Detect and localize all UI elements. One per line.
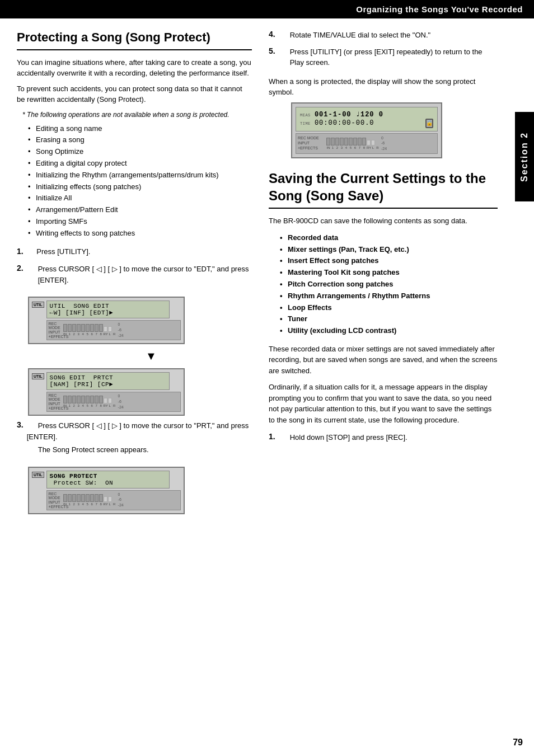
step-3-text: Press CURSOR [ ◁ ] [ ▷ ] to move the cur… — [27, 421, 249, 441]
list-item: Writing effects to song patches — [28, 228, 252, 240]
screen-2-display: SONG EDIT PRTCT [NAM] [PRI] [CP► — [46, 372, 170, 390]
screen-3-display: SONG PROTECT Protect SW: ON — [46, 471, 170, 489]
step-1: 1. Press [UTILITY]. — [17, 246, 252, 257]
screen-3-line-2: Protect SW: ON — [50, 480, 166, 486]
intro-para-2: To prevent such accidents, you can prote… — [17, 83, 252, 105]
screen-2-line-1: SONG EDIT PRTCT — [50, 374, 166, 381]
screen-1-line-2: ←W] [INF] [EDT]► — [50, 309, 166, 316]
list-item: Editing a song name — [28, 123, 252, 135]
left-column: Protecting a Song (Song Protect) You can… — [17, 30, 252, 519]
step-2-text: Press CURSOR [ ◁ ] [ ▷ ] to move the cur… — [38, 264, 252, 285]
list-item: Initialize All — [28, 192, 252, 204]
section-tab: Section 2 — [515, 112, 534, 201]
step-2: 2. Press CURSOR [ ◁ ] [ ▷ ] to move the … — [17, 264, 252, 285]
screen-2-line-2: [NAM] [PRI] [CP► — [50, 381, 166, 388]
device-meters-3: RECMODE INPUT +EFFECTS — [46, 490, 181, 510]
saving-note-1: These recorded data or mixer settings ar… — [269, 344, 498, 377]
device-screen-3: UTIL SONG PROTECT Protect SW: ON RECMODE… — [28, 467, 185, 514]
header-bar: Organizing the Songs You've Recorded — [0, 0, 534, 18]
screen-1-line-1: UTIL SONG EDIT — [50, 303, 166, 309]
save-step-1-number: 1. — [269, 432, 275, 441]
saving-section-title: Saving the Current Settings to the Song … — [269, 170, 498, 209]
list-item: Mastering Tool Kit song patches — [280, 267, 498, 279]
header-title: Organizing the Songs You've Recorded — [356, 4, 523, 14]
list-item: Insert Effect song patches — [280, 255, 498, 267]
step-2-number: 2. — [17, 264, 24, 273]
step-3: 3. Press CURSOR [ ◁ ] [ ▷ ] to move the … — [17, 420, 252, 456]
list-item: Initializing effects (song patches) — [28, 181, 252, 193]
step-4: 4. Rotate TIME/VALUE dial to select the … — [269, 30, 498, 41]
list-item: Utility (excluding LCD contrast) — [280, 325, 498, 337]
util-label-1: UTIL — [32, 302, 44, 308]
list-item: Recorded data — [280, 232, 498, 244]
device-meters-1: RECMODE INPUT +EFFECTS — [46, 320, 181, 340]
step-5-text: Press [UTILITY] (or press [EXIT] repeate… — [290, 46, 498, 68]
step-5: 5. Press [UTILITY] (or press [EXIT] repe… — [269, 46, 498, 68]
protect-note: * The following operations are not avail… — [22, 110, 252, 120]
left-section-title: Protecting a Song (Song Protect) — [17, 30, 252, 50]
save-step-1: 1. Hold down [STOP] and press [REC]. — [269, 432, 498, 443]
arrow-down-1: ▼ — [50, 350, 252, 363]
saving-note-2: Ordinarily, if a situation calls for it,… — [269, 382, 498, 425]
list-item: Importing SMFs — [28, 216, 252, 228]
step-4-text: Rotate TIME/VALUE dial to select the "ON… — [290, 30, 431, 41]
saving-intro: The BR-900CD can save the following cont… — [269, 215, 498, 227]
list-item: Song Optimize — [28, 146, 252, 158]
screen-1-display: UTIL SONG EDIT ←W] [INF] [EDT]► — [46, 300, 170, 318]
step-3-number: 3. — [17, 420, 24, 429]
list-item: Pitch Correction song patches — [280, 279, 498, 290]
saving-items-list: Recorded data Mixer settings (Pan, Track… — [280, 232, 498, 337]
bullet-list: Editing a song name Erasing a song Song … — [28, 123, 252, 240]
util-label-2: UTIL — [32, 373, 44, 379]
step-3-subtext: The Song Protect screen appears. — [38, 444, 252, 456]
list-item: Arrangement/Pattern Edit — [28, 204, 252, 216]
screen-3-line-1: SONG PROTECT — [50, 473, 166, 480]
play-screen-display: MEAS 001-1-00 ♩120 0 TIME 00:00:00-00.0 … — [291, 102, 498, 158]
right-column: 4. Rotate TIME/VALUE dial to select the … — [269, 30, 523, 519]
step-4-number: 4. — [269, 30, 275, 39]
intro-para-1: You can imagine situations where, after … — [17, 57, 252, 79]
device-meters-2: RECMODE INPUT +EFFECTS — [46, 392, 181, 412]
protect-display-note: When a song is protected, the display wi… — [269, 76, 498, 98]
list-item: Loop Effects — [280, 302, 498, 314]
list-item: Erasing a song — [28, 134, 252, 146]
page-number: 79 — [513, 738, 523, 748]
step-1-text: Press [UTILITY]. — [36, 247, 90, 256]
step-5-number: 5. — [269, 46, 275, 55]
list-item: Tuner — [280, 313, 498, 325]
device-screen-1: UTIL UTIL SONG EDIT ←W] [INF] [EDT]► REC… — [28, 297, 185, 344]
device-screen-2: UTIL SONG EDIT PRTCT [NAM] [PRI] [CP► RE… — [28, 368, 185, 416]
content-area: Protecting a Song (Song Protect) You can… — [0, 18, 534, 519]
save-step-1-text: Hold down [STOP] and press [REC]. — [290, 432, 407, 443]
list-item: Editing a digital copy protect — [28, 158, 252, 170]
list-item: Mixer settings (Pan, Track EQ, etc.) — [280, 244, 498, 256]
step-1-number: 1. — [17, 247, 24, 256]
page-container: Organizing the Songs You've Recorded Sec… — [0, 0, 534, 756]
util-label-3: UTIL — [32, 472, 44, 478]
list-item: Initializing the Rhythm (arrangements/pa… — [28, 170, 252, 181]
list-item: Rhythm Arrangements / Rhythm Patterns — [280, 290, 498, 302]
